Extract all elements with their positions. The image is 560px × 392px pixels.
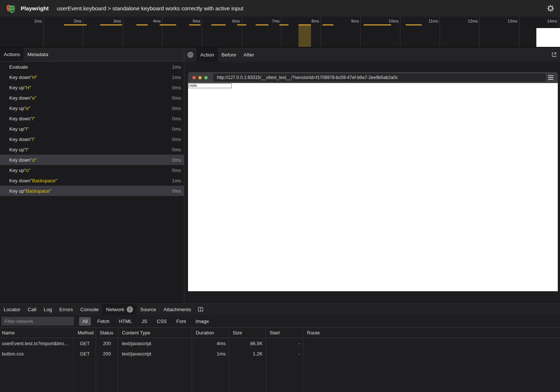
tab-actions[interactable]: Actions	[0, 48, 24, 61]
action-row[interactable]: Key up "Backspace"0ms	[0, 186, 184, 196]
timeline-selected-range[interactable]	[298, 25, 311, 47]
tab-call[interactable]: Call	[24, 304, 40, 315]
filter-js[interactable]: JS	[138, 317, 150, 326]
action-duration: 0ms	[172, 188, 181, 194]
action-row[interactable]: Key down "l"0ms	[0, 113, 184, 124]
timeline-tick-label: 5ms	[179, 19, 200, 23]
tab-actions-label: Actions	[4, 52, 20, 57]
snapshot-viewport: http://127.0.0.1:63315/__vitest_test__/?…	[184, 62, 560, 303]
network-cell[interactable]: 1ms	[192, 348, 229, 359]
tab-metadata[interactable]: Metadata	[24, 48, 52, 61]
action-key-quote: "	[28, 106, 30, 111]
network-cell[interactable]: button.css	[0, 348, 74, 359]
timeline-screenshot-thumbnail[interactable]	[536, 28, 560, 47]
timeline-action-bar[interactable]	[64, 24, 87, 25]
timeline-action-bar[interactable]	[256, 24, 269, 25]
timeline-gridline	[242, 17, 242, 47]
timeline-strip[interactable]: 1ms2ms3ms4ms5ms6ms7ms8ms9ms10ms11ms12ms1…	[0, 17, 560, 48]
action-key-quote: "	[49, 188, 51, 194]
tab-log[interactable]: Log	[40, 304, 56, 315]
tab-errors-label: Errors	[59, 307, 73, 312]
toggle-sidebar-layout-icon[interactable]	[195, 304, 206, 315]
details-panel: LocatorCallLogErrorsConsoleNetwork2Sourc…	[0, 303, 560, 392]
timeline-action-bar[interactable]	[279, 24, 288, 25]
tab-locator[interactable]: Locator	[0, 304, 24, 315]
network-cell[interactable]	[303, 338, 560, 348]
filter-image[interactable]: Image	[192, 317, 212, 326]
timeline-action-bar[interactable]	[211, 24, 226, 25]
filter-css[interactable]: CSS	[154, 317, 170, 326]
tab-network[interactable]: Network2	[102, 304, 137, 315]
network-filler-cell	[96, 359, 118, 392]
traffic-light-zoom-icon	[204, 76, 208, 79]
popout-snapshot-icon[interactable]	[548, 48, 560, 62]
network-filter-input[interactable]	[1, 317, 74, 326]
filter-all[interactable]: All	[79, 317, 91, 326]
network-column-header: Duration	[192, 327, 229, 338]
network-cell[interactable]: text/javascript	[118, 348, 192, 359]
action-duration: 0ms	[172, 85, 181, 90]
network-cell[interactable]: 200	[96, 338, 118, 348]
network-cell[interactable]: 86.5K	[229, 338, 266, 348]
timeline-tick-label: 6ms	[219, 19, 240, 23]
network-cell[interactable]: 4ms	[192, 338, 229, 348]
network-cell[interactable]	[303, 348, 560, 359]
timeline-action-bar[interactable]	[100, 24, 122, 25]
filter-fetch[interactable]: Fetch	[94, 317, 113, 326]
playwright-logo-icon	[5, 3, 16, 14]
timeline-tick-label: 1ms	[20, 19, 42, 23]
action-duration: 0ms	[172, 116, 181, 121]
tab-source[interactable]: Source	[137, 304, 160, 315]
timeline-tick-label: 11ms	[417, 19, 438, 23]
timeline-action-bar[interactable]	[160, 24, 176, 25]
action-label: Key up	[9, 126, 24, 132]
tab-attachments[interactable]: Attachments	[160, 304, 195, 315]
timeline-action-bar[interactable]	[136, 24, 148, 25]
network-cell[interactable]: -	[266, 348, 303, 359]
action-row[interactable]: Key down "e"0ms	[0, 93, 184, 103]
network-cell[interactable]: 1.2K	[229, 348, 266, 359]
page-text-input[interactable]: Hello	[188, 83, 232, 88]
timeline-action-bar[interactable]	[237, 24, 246, 25]
network-cell[interactable]: 200	[96, 348, 118, 359]
action-row[interactable]: Key up "H"0ms	[0, 82, 184, 93]
tab-action[interactable]: Action	[197, 48, 218, 62]
settings-gear-icon[interactable]	[546, 4, 555, 13]
action-row[interactable]: Evaluate1ms	[0, 62, 184, 72]
timeline-action-bar[interactable]	[406, 24, 422, 25]
action-row[interactable]: Key down "H"1ms	[0, 72, 184, 82]
network-filter-row: AllFetchHTMLJSCSSFontImage	[0, 315, 560, 327]
tab-after[interactable]: After	[240, 48, 258, 62]
action-row[interactable]: Key up "o"0ms	[0, 165, 184, 175]
action-row[interactable]: Key up "l"0ms	[0, 124, 184, 134]
timeline-tick-label: 9ms	[337, 19, 359, 23]
timeline-action-bar[interactable]	[189, 24, 201, 25]
action-row[interactable]: Key down "Backspace"1ms	[0, 175, 184, 186]
tab-errors[interactable]: Errors	[56, 304, 77, 315]
timeline-action-bar[interactable]	[322, 24, 334, 25]
action-key-quote: "	[27, 147, 29, 152]
action-row[interactable]: Key up "l"0ms	[0, 144, 184, 155]
network-column-header: Route	[303, 327, 560, 338]
action-row[interactable]: Key down "l"0ms	[0, 134, 184, 144]
network-cell[interactable]: GET	[74, 348, 96, 359]
network-column-header: Method	[74, 327, 96, 338]
network-cell[interactable]: GET	[74, 338, 96, 348]
action-row[interactable]: Key up "e"0ms	[0, 103, 184, 113]
network-cell[interactable]: userEvent.test.ts?import&bro...	[0, 338, 74, 348]
action-list: Evaluate1msKey down "H"1msKey up "H"0msK…	[0, 62, 184, 303]
filter-html[interactable]: HTML	[116, 317, 135, 326]
action-row[interactable]: Key down "o"0ms	[0, 155, 184, 165]
tab-before[interactable]: Before	[218, 48, 240, 62]
filter-font[interactable]: Font	[173, 317, 189, 326]
network-cell[interactable]: -	[266, 338, 303, 348]
network-cell[interactable]: text/javascript	[118, 338, 192, 348]
timeline-action-bar[interactable]	[363, 24, 391, 25]
pick-locator-target-icon[interactable]	[184, 48, 197, 62]
timeline-action-bar[interactable]	[298, 24, 311, 25]
address-bar: http://127.0.0.1:63315/__vitest_test__/?…	[213, 73, 546, 82]
timeline-tick-label: 2ms	[60, 19, 81, 23]
tab-console[interactable]: Console	[77, 304, 103, 315]
action-key-value: H	[26, 85, 29, 90]
action-label: Key up	[9, 106, 24, 111]
